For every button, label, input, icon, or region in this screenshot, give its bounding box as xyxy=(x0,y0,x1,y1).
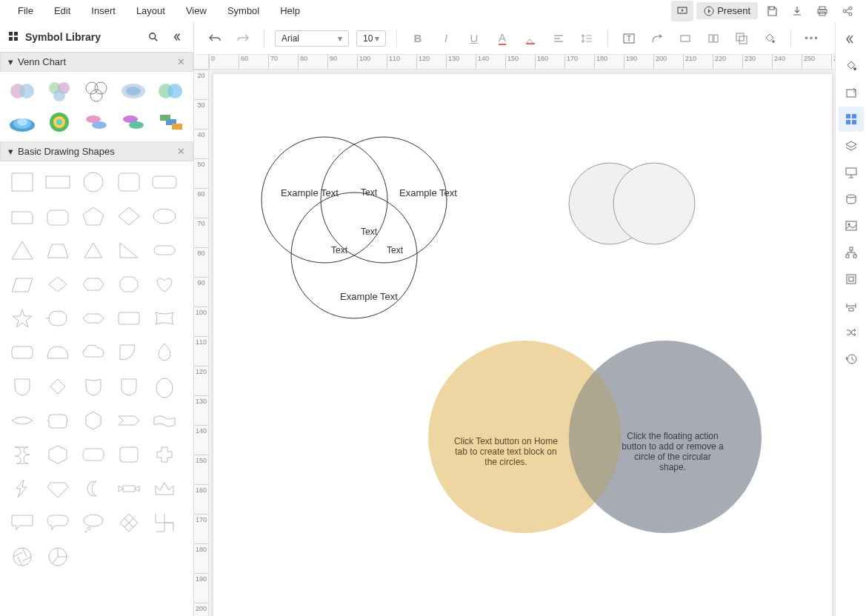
shape-diamond2[interactable] xyxy=(41,372,74,401)
slideshow-button[interactable] xyxy=(671,1,693,21)
more-button[interactable]: ••• xyxy=(802,28,822,49)
presentation-tool[interactable] xyxy=(839,160,864,185)
shape-octagon[interactable] xyxy=(113,270,145,299)
shape-chevron[interactable] xyxy=(113,406,145,435)
shape-heart[interactable] xyxy=(148,270,181,299)
shape-rhombus[interactable] xyxy=(41,270,74,299)
shape-rounded-square[interactable] xyxy=(113,167,145,197)
shape-pie[interactable] xyxy=(41,542,74,572)
shape-snip-rect[interactable] xyxy=(6,201,39,231)
shape-hexagon[interactable] xyxy=(77,304,110,333)
shape-half-circle[interactable] xyxy=(41,338,74,367)
shape-parallelogram[interactable] xyxy=(6,270,39,299)
save-button[interactable] xyxy=(761,1,783,21)
venn-thumb-8[interactable] xyxy=(80,109,113,135)
shape-shield[interactable] xyxy=(6,372,39,401)
frame-tool[interactable] xyxy=(839,267,864,292)
canvas-page[interactable]: Example Text Example Text Example Text T… xyxy=(213,74,832,616)
font-select[interactable]: Arial▾ xyxy=(275,30,349,47)
collapse-library-button[interactable] xyxy=(168,28,186,46)
shape-rounded-rect2[interactable] xyxy=(113,304,145,333)
venn-label-b[interactable]: Example Text xyxy=(399,187,458,198)
close-venn-section[interactable]: ✕ xyxy=(177,56,185,67)
shape-rounded-rect4[interactable] xyxy=(77,440,110,469)
group-button[interactable] xyxy=(731,28,752,49)
menu-insert[interactable]: Insert xyxy=(81,1,126,21)
font-size-select[interactable]: 10▾ xyxy=(356,30,386,47)
shape-hex-vert2[interactable] xyxy=(41,440,74,469)
shape-speech-cloud[interactable] xyxy=(77,508,110,538)
menu-file[interactable]: File xyxy=(7,1,44,21)
venn-thumb-3[interactable] xyxy=(80,78,113,104)
shape-speech-rect[interactable] xyxy=(6,508,39,538)
grid-tool[interactable] xyxy=(839,107,864,132)
menu-edit[interactable]: Edit xyxy=(44,1,81,21)
shape-right-triangle[interactable] xyxy=(113,235,145,265)
expand-right-panel[interactable] xyxy=(839,27,864,52)
shape-triangle2[interactable] xyxy=(77,235,110,265)
ruler-tool[interactable] xyxy=(839,293,864,318)
shape-lightning[interactable] xyxy=(6,474,39,503)
venn-thumb-1[interactable] xyxy=(6,78,39,104)
venn-label-ac[interactable]: Text xyxy=(331,245,347,255)
undo-button[interactable] xyxy=(204,28,225,49)
paint-tool[interactable] xyxy=(839,53,864,78)
shape-ribbon[interactable] xyxy=(113,474,145,503)
venn-label-bc[interactable]: Text xyxy=(387,245,403,255)
hierarchy-tool[interactable] xyxy=(839,240,864,265)
shape-plus[interactable] xyxy=(148,440,181,469)
shape-square[interactable] xyxy=(6,167,39,197)
font-color-button[interactable]: A xyxy=(492,28,513,49)
venn-colored-left-text[interactable]: Click Text button on Home tab to create … xyxy=(454,436,558,467)
shape-trapezoid[interactable] xyxy=(41,235,74,265)
close-shapes-section[interactable]: ✕ xyxy=(177,146,185,157)
shape-speech-round[interactable] xyxy=(41,508,74,538)
fill-button[interactable] xyxy=(759,28,780,49)
venn-diagram-2-grey[interactable] xyxy=(554,148,717,259)
shape-ellipse[interactable] xyxy=(148,201,181,231)
venn-thumb-4[interactable] xyxy=(117,78,150,104)
shape-wave-banner[interactable] xyxy=(148,406,181,435)
present-button[interactable]: Present xyxy=(696,2,758,19)
align-objects-button[interactable] xyxy=(703,28,724,49)
shape-aperture[interactable] xyxy=(6,542,39,572)
venn-label-a[interactable]: Example Text xyxy=(280,187,339,198)
shape-lens[interactable] xyxy=(6,406,39,435)
shuffle-tool[interactable] xyxy=(839,320,864,345)
shape-circle[interactable] xyxy=(77,167,110,197)
line-spacing-button[interactable] xyxy=(576,28,597,49)
underline-button[interactable]: U xyxy=(464,28,484,49)
venn-thumb-6[interactable] xyxy=(6,109,39,135)
shape-rounded-square2[interactable] xyxy=(113,440,145,469)
menu-help[interactable]: Help xyxy=(270,1,310,21)
menu-view[interactable]: View xyxy=(176,1,217,21)
shape-rounded-rect3[interactable] xyxy=(6,338,39,367)
shape-gem[interactable] xyxy=(41,474,74,503)
shape-pinwheel[interactable] xyxy=(148,508,181,538)
shape-cloud[interactable] xyxy=(77,338,110,367)
shape-hex-vert[interactable] xyxy=(77,406,110,435)
shape-triangle[interactable] xyxy=(6,235,39,265)
shape-crown[interactable] xyxy=(148,474,181,503)
text-box-button[interactable]: T xyxy=(619,28,639,49)
redo-button[interactable] xyxy=(233,28,253,49)
shape-stadium[interactable] xyxy=(148,235,181,265)
download-button[interactable] xyxy=(786,1,808,21)
shapes-section-header[interactable]: ▾ Basic Drawing Shapes ✕ xyxy=(0,141,193,161)
shape-rounded-rect[interactable] xyxy=(148,167,181,197)
shape-concave-rect[interactable] xyxy=(148,304,181,333)
venn-colored-right-text[interactable]: Click the floating action button to add … xyxy=(621,431,725,472)
shape-pentagon[interactable] xyxy=(77,201,110,231)
image-tool[interactable] xyxy=(839,213,864,238)
shape-badge[interactable] xyxy=(113,372,145,401)
shape-wave[interactable] xyxy=(6,440,39,469)
shape-crescent[interactable] xyxy=(77,474,110,503)
shape-rectangle[interactable] xyxy=(41,167,74,197)
shape-bracket[interactable] xyxy=(41,406,74,435)
shape-quarter-circle[interactable] xyxy=(113,338,145,367)
shape-shield2[interactable] xyxy=(77,372,110,401)
shape-egg[interactable] xyxy=(148,372,181,401)
venn-label-c[interactable]: Example Text xyxy=(324,291,413,302)
shape-teardrop[interactable] xyxy=(148,338,181,367)
menu-symbol[interactable]: Symbol xyxy=(217,1,270,21)
